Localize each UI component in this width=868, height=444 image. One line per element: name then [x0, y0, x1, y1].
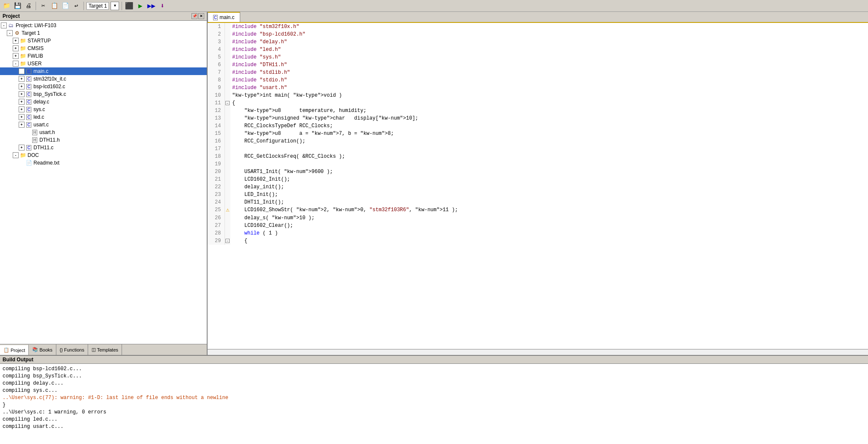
line-number-6: 6: [208, 61, 225, 69]
line-code-22[interactable]: delay_init();: [230, 183, 868, 191]
line-code-26[interactable]: delay_s( "kw-num">10 );: [230, 214, 868, 222]
tree-item-delayc[interactable]: +Cdelay.c: [0, 98, 207, 106]
expander-sysc[interactable]: +: [19, 106, 25, 112]
tree-item-bsp-sys[interactable]: +Cbsp_SysTick.c: [0, 90, 207, 98]
toolbar-icon-compile[interactable]: ▶: [136, 1, 145, 11]
fold-icon-29[interactable]: −: [225, 239, 230, 243]
expander-bsp-lcd[interactable]: +: [19, 84, 25, 89]
target-select[interactable]: ▼: [111, 2, 119, 10]
expander-project[interactable]: -: [1, 22, 7, 28]
expander-stm32[interactable]: +: [19, 76, 25, 82]
toolbar-icon-undo[interactable]: ↩: [72, 1, 81, 11]
toolbar-icon-cut[interactable]: ✂: [39, 1, 48, 11]
expander-usartc[interactable]: +: [19, 122, 25, 128]
toolbar-icon-rebuild[interactable]: ▶▶: [147, 1, 156, 11]
expander-dth11c[interactable]: +: [19, 145, 25, 151]
line-code-16[interactable]: RCC_Configuration();: [230, 137, 868, 145]
expander-cmsis[interactable]: +: [13, 45, 19, 51]
panel-pin-button[interactable]: 📌: [191, 13, 197, 19]
code-line-20: 20 USART1_Init( "kw-num">9600 );: [208, 168, 868, 176]
line-code-19[interactable]: [230, 160, 868, 168]
code-line-17: 17: [208, 145, 868, 153]
toolbar-icon-print[interactable]: 🖨: [24, 1, 33, 11]
expander-ledc[interactable]: +: [19, 114, 25, 120]
line-code-3[interactable]: #include "delay.h": [230, 38, 868, 46]
code-container[interactable]: 1#include "stm32f10x.h"2#include "bsp-lc…: [208, 23, 868, 349]
line-code-20[interactable]: USART1_Init( "kw-num">9600 );: [230, 168, 868, 176]
toolbar-icon-new[interactable]: 📁: [2, 1, 11, 11]
panel-tab-project[interactable]: 📋Project: [0, 344, 29, 355]
line-number-25: 25: [208, 206, 225, 214]
line-code-7[interactable]: #include "stdlib.h": [230, 69, 868, 76]
tab-icon-books: 📚: [32, 347, 38, 352]
panel-tab-functions[interactable]: {}Functions: [56, 344, 88, 355]
code-line-6: 6#include "DTH11.h": [208, 61, 868, 69]
line-code-6[interactable]: #include "DTH11.h": [230, 61, 868, 69]
tree-item-dth11h[interactable]: HDTH11.h: [0, 136, 207, 144]
panel-tab-books[interactable]: 📚Books: [29, 344, 56, 355]
line-code-2[interactable]: #include "bsp-lcd1602.h": [230, 31, 868, 38]
line-code-18[interactable]: RCC_GetClocksFreq( &RCC_Clocks );: [230, 153, 868, 160]
expander-user[interactable]: -: [13, 61, 19, 67]
tree-item-ledc[interactable]: +Cled.c: [0, 113, 207, 121]
tree-item-fwlib[interactable]: +📁FWLIB: [0, 52, 207, 60]
line-code-8[interactable]: #include "stdio.h": [230, 76, 868, 84]
line-code-29[interactable]: {: [230, 237, 868, 245]
panel-tab-templates[interactable]: ◫Templates: [88, 344, 122, 355]
expander-doc[interactable]: -: [13, 152, 19, 158]
line-code-5[interactable]: #include "sys.h": [230, 53, 868, 61]
line-code-1[interactable]: #include "stm32f10x.h": [230, 23, 868, 31]
expander-mainc[interactable]: +: [19, 68, 25, 74]
label-dth11h: DTH11.h: [39, 137, 60, 143]
toolbar-icon-paste[interactable]: 📄: [61, 1, 70, 11]
icon-usarth: H: [31, 129, 38, 136]
line-marker-23: [225, 191, 230, 198]
line-code-12[interactable]: "kw-type">u8 temperature, humidity;: [230, 107, 868, 114]
line-code-17[interactable]: [230, 145, 868, 153]
line-code-24[interactable]: DHT11_Init();: [230, 198, 868, 206]
tab-icon-functions: {}: [60, 347, 63, 352]
tree-item-usarth[interactable]: Husart.h: [0, 128, 207, 136]
tree-item-sysc[interactable]: +Csys.c: [0, 106, 207, 113]
expander-delayc[interactable]: +: [19, 99, 25, 105]
toolbar-icon-save[interactable]: 💾: [13, 1, 22, 11]
tree-item-usartc[interactable]: +Cusart.c: [0, 121, 207, 128]
line-code-4[interactable]: #include "led.h": [230, 46, 868, 53]
tree-item-target1[interactable]: -⚙Target 1: [0, 29, 207, 37]
expander-target1[interactable]: -: [7, 30, 13, 36]
expander-startup[interactable]: +: [13, 38, 19, 44]
tree-item-stm32[interactable]: +Cstm32f10x_it.c: [0, 75, 207, 83]
line-code-27[interactable]: LCD1602_Clear();: [230, 222, 868, 229]
line-code-21[interactable]: LCD1602_Init();: [230, 176, 868, 183]
editor-tab-mainc[interactable]: Cmain.c: [208, 12, 240, 22]
tab-label-project: Project: [11, 348, 25, 353]
tree-item-project[interactable]: -🗂Project: LWI-F103: [0, 22, 207, 29]
toolbar-icon-copy[interactable]: 📋: [50, 1, 59, 11]
line-code-28[interactable]: while ( 1 ): [230, 229, 868, 237]
tree-item-startup[interactable]: +📁STARTUP: [0, 37, 207, 45]
line-code-10[interactable]: "kw-type">int main( "kw-type">void ): [230, 92, 868, 99]
toolbar-icon-build[interactable]: ⬛: [125, 1, 134, 11]
panel-close-button[interactable]: ✕: [198, 13, 204, 19]
tree-item-mainc[interactable]: +Cmain.c: [0, 67, 207, 75]
line-code-9[interactable]: #include "usart.h": [230, 84, 868, 92]
tree-item-user[interactable]: -📁USER: [0, 60, 207, 67]
tree-item-dth11c[interactable]: +CDTH11.c: [0, 144, 207, 151]
tree-item-cmsis[interactable]: +📁CMSIS: [0, 45, 207, 52]
line-code-13[interactable]: "kw-type">unsigned "kw-type">char displa…: [230, 114, 868, 122]
expander-fwlib[interactable]: +: [13, 53, 19, 59]
fold-icon-11[interactable]: −: [225, 101, 230, 105]
line-code-23[interactable]: LED_Init();: [230, 191, 868, 198]
line-code-25[interactable]: LCD1602_ShowStr( "kw-num">2, "kw-num">0,…: [230, 206, 868, 214]
line-code-14[interactable]: RCC_ClocksTypeDef RCC_Clocks;: [230, 122, 868, 130]
tree-item-readme[interactable]: 📄Readme.txt: [0, 159, 207, 167]
tree-item-bsp-lcd[interactable]: +Cbsp-lcd1602.c: [0, 83, 207, 90]
tree-item-doc[interactable]: -📁DOC: [0, 151, 207, 159]
tab-label-templates: Templates: [97, 347, 118, 352]
tree-area: -🗂Project: LWI-F103-⚙Target 1+📁STARTUP+📁…: [0, 21, 207, 344]
toolbar-icon-download[interactable]: ⬇: [158, 1, 167, 11]
expander-bsp-sys[interactable]: +: [19, 91, 25, 97]
line-code-11[interactable]: {: [230, 99, 868, 107]
line-code-15[interactable]: "kw-type">u8 a = "kw-num">7, b = "kw-num…: [230, 130, 868, 137]
horizontal-scrollbar[interactable]: [208, 349, 868, 355]
